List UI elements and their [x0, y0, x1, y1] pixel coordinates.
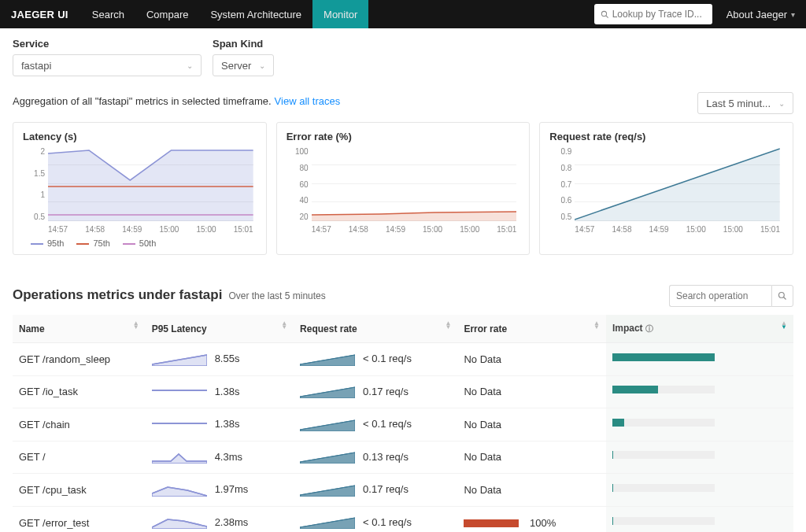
op-name: GET /error_test	[13, 506, 146, 532]
op-reqrate: 0.13 req/s	[294, 441, 457, 474]
operations-title: Operations metrics under fastapi	[13, 287, 222, 303]
op-errrate: No Data	[457, 375, 605, 408]
brand-logo: JAEGER UI	[11, 9, 68, 20]
svg-point-0	[601, 11, 606, 16]
col-p95[interactable]: P95 Latency▲▼	[146, 315, 294, 343]
op-p95: 2.38ms	[146, 506, 294, 532]
sort-icon: ▲▼	[133, 321, 139, 329]
service-label: Service	[13, 38, 49, 50]
request-xaxis: 14:57 14:58 14:59 15:00 15:00 15:01	[575, 225, 780, 234]
sparkline	[300, 484, 355, 497]
nav-search[interactable]: Search	[81, 0, 135, 28]
view-all-traces-link[interactable]: View all traces	[275, 95, 341, 107]
op-reqrate: < 0.1 req/s	[294, 408, 457, 441]
xtick: 14:58	[612, 225, 631, 234]
sparkline	[300, 353, 355, 366]
op-p95: 1.97ms	[146, 474, 294, 507]
table-row[interactable]: GET /random_sleep8.55s< 0.1 req/sNo Data	[13, 343, 793, 376]
op-p95: 8.55s	[146, 343, 294, 376]
op-name: GET /chain	[13, 408, 146, 441]
latency-xaxis: 14:57 14:58 14:59 15:00 15:00 15:01	[48, 225, 253, 234]
op-impact	[606, 343, 793, 376]
nav-compare[interactable]: Compare	[135, 0, 199, 28]
svg-line-3	[784, 297, 786, 300]
col-reqrate[interactable]: Request rate▲▼	[294, 315, 457, 343]
xtick: 14:58	[349, 225, 368, 234]
xtick: 14:57	[48, 225, 68, 234]
op-reqrate: < 0.1 req/s	[294, 343, 457, 376]
xtick: 15:00	[460, 225, 479, 234]
sort-icon: ▲▼	[281, 321, 287, 329]
operations-search-button[interactable]	[771, 285, 793, 307]
op-p95: 4.3ms	[146, 441, 294, 474]
table-row[interactable]: GET /error_test2.38ms< 0.1 req/s 100%	[13, 506, 793, 532]
xtick: 14:58	[85, 225, 105, 234]
sparkline	[152, 419, 207, 431]
table-row[interactable]: GET /4.3ms0.13 req/sNo Data	[13, 441, 793, 474]
service-select[interactable]: fastapi ⌄	[13, 54, 202, 76]
col-name[interactable]: Name▲▼	[13, 315, 146, 343]
chart-panels: Latency (s) 2 1.5 1 0.5 14:57 14:58	[0, 122, 806, 255]
xtick: 15:01	[234, 225, 253, 234]
trace-lookup[interactable]	[594, 4, 712, 24]
col-errrate[interactable]: Error rate▲▼	[457, 315, 605, 343]
latency-plot	[48, 147, 253, 221]
nav-monitor[interactable]: Monitor	[312, 0, 368, 28]
op-errrate: No Data	[457, 474, 605, 507]
ytick: 0.6	[549, 196, 571, 205]
ytick: 2	[23, 147, 45, 156]
op-errrate: 100%	[457, 506, 605, 532]
ytick: 20	[287, 212, 309, 221]
spankind-select[interactable]: Server ⌄	[213, 54, 274, 76]
nav-system-architecture[interactable]: System Architecture	[199, 0, 312, 28]
op-impact	[606, 506, 793, 532]
request-chart: 0.9 0.8 0.7 0.6 0.5 14:57 14:58 14:59 15…	[549, 147, 783, 234]
sparkline	[300, 516, 355, 529]
sparkline	[152, 516, 207, 529]
legend-50th: 50th	[123, 238, 156, 248]
request-title: Request rate (req/s)	[549, 131, 783, 142]
sparkline	[300, 419, 355, 431]
chevron-down-icon: ⌄	[259, 61, 265, 70]
latency-panel: Latency (s) 2 1.5 1 0.5 14:57 14:58	[13, 122, 267, 255]
op-impact	[606, 375, 793, 408]
timeframe-select[interactable]: Last 5 minut... ⌄	[697, 92, 793, 114]
op-name: GET /cpu_task	[13, 474, 146, 507]
request-plot	[575, 147, 780, 221]
ytick: 100	[287, 147, 309, 156]
op-impact	[606, 408, 793, 441]
op-name: GET /io_task	[13, 375, 146, 408]
table-row[interactable]: GET /chain1.38s< 0.1 req/sNo Data	[13, 408, 793, 441]
sort-icon: ▲▼	[445, 321, 451, 329]
ytick: 0.9	[549, 147, 571, 156]
xtick: 15:00	[159, 225, 179, 234]
table-header-row: Name▲▼ P95 Latency▲▼ Request rate▲▼ Erro…	[13, 315, 793, 343]
operations-search-input[interactable]	[669, 285, 771, 307]
xtick: 15:01	[497, 225, 516, 234]
op-impact	[606, 474, 793, 507]
ytick: 40	[287, 196, 309, 205]
about-menu[interactable]: About Jaeger ▾	[727, 9, 795, 20]
latency-chart: 2 1.5 1 0.5 14:57 14:58 14:59 15:00 1	[23, 147, 257, 234]
op-p95: 1.38s	[146, 375, 294, 408]
error-panel: Error rate (%) 100 80 60 40 20 14:57 14:…	[276, 122, 531, 255]
table-row[interactable]: GET /io_task1.38s0.17 req/sNo Data	[13, 375, 793, 408]
about-label: About Jaeger	[727, 9, 787, 20]
timeframe-value: Last 5 minut...	[706, 98, 771, 109]
error-yaxis: 100 80 60 40 20	[287, 147, 309, 221]
sparkline	[152, 484, 207, 497]
top-nav: JAEGER UI Search Compare System Architec…	[0, 0, 806, 28]
xtick: 14:57	[312, 225, 331, 234]
legend-95th: 95th	[31, 238, 64, 248]
sparkline	[152, 451, 207, 464]
ytick: 0.5	[549, 212, 571, 221]
table-row[interactable]: GET /cpu_task1.97ms0.17 req/sNo Data	[13, 474, 793, 507]
operations-header: Operations metrics under fastapi Over th…	[0, 255, 806, 315]
op-reqrate: 0.17 req/s	[294, 474, 457, 507]
request-panel: Request rate (req/s) 0.9 0.8 0.7 0.6 0.5…	[539, 122, 793, 255]
latency-yaxis: 2 1.5 1 0.5	[23, 147, 45, 221]
col-impact[interactable]: Impact ⓘ▲▼	[606, 315, 793, 343]
op-impact	[606, 441, 793, 474]
ytick: 0.8	[549, 164, 571, 172]
trace-lookup-input[interactable]	[612, 9, 706, 20]
